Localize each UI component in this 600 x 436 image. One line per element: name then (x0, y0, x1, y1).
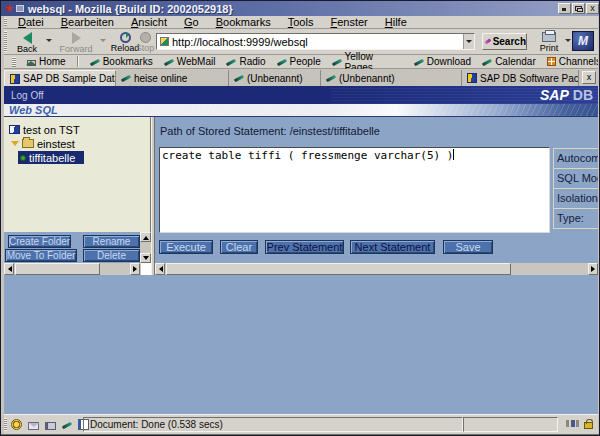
scroll-right-button[interactable] (588, 263, 598, 275)
radio-button[interactable]: Radio (226, 56, 265, 67)
people-button[interactable]: People (277, 56, 321, 67)
back-button[interactable]: Back (11, 30, 43, 54)
url-dropdown-button[interactable] (463, 34, 474, 49)
restore-button[interactable] (572, 3, 585, 14)
tree-root-node[interactable]: test on TST (9, 123, 80, 136)
scroll-left-button[interactable] (4, 263, 14, 275)
delete-button[interactable]: Delete (83, 249, 140, 262)
folder-icon (22, 139, 34, 148)
minimize-icon (562, 8, 566, 11)
home-button[interactable]: Home (27, 56, 66, 67)
reload-icon (120, 32, 131, 43)
status-bar: Document: Done (0.538 secs) (1, 414, 600, 434)
tab-unbenannt-1[interactable]: (Unbenannt) (229, 70, 321, 86)
sql-text: create table tiffi ( fressmenge varchar(… (162, 149, 453, 162)
composer-icon[interactable] (62, 420, 72, 430)
forward-dropdown-icon[interactable] (100, 39, 106, 45)
scroll-up-button[interactable] (140, 232, 151, 242)
clear-button[interactable]: Clear (220, 240, 258, 254)
print-button[interactable]: Print (535, 30, 563, 54)
menu-go[interactable]: Go (184, 16, 199, 28)
window-menu-icon[interactable] (16, 5, 24, 12)
execute-button[interactable]: Execute (159, 240, 213, 254)
sap-header: Log Off SAPDB (1, 86, 600, 104)
page-bookmark-icon[interactable] (160, 37, 169, 46)
messenger-icon[interactable] (45, 422, 56, 430)
menu-datei[interactable]: Datei (18, 16, 44, 28)
tab-unbenannt-2[interactable]: (Unbenannt) (321, 70, 462, 86)
forward-button[interactable]: Forward (55, 30, 97, 54)
page-tab-icon (326, 73, 336, 83)
rename-button[interactable]: Rename (83, 235, 140, 248)
scroll-right-icon (591, 266, 598, 272)
webmail-button[interactable]: WebMail (164, 56, 216, 67)
scrollbar-thumb[interactable] (166, 263, 511, 275)
menu-hilfe[interactable]: Hilfe (385, 16, 407, 28)
mail-icon[interactable] (28, 422, 39, 430)
print-dropdown-icon[interactable] (565, 39, 571, 45)
tree-selected-label: tiffitabelle (29, 152, 75, 164)
close-tab-button[interactable]: x (582, 71, 596, 84)
scroll-right-button[interactable] (130, 263, 140, 275)
move-to-folder-button[interactable]: Move To Folder (5, 249, 77, 262)
tree-selected-node[interactable]: tiffitabelle (18, 151, 84, 164)
menu-fenster[interactable]: Fenster (330, 16, 367, 28)
menu-bearbeiten[interactable]: Bearbeiten (61, 16, 114, 28)
print-icon (542, 32, 556, 42)
home-icon (27, 60, 36, 66)
menu-ansicht[interactable]: Ansicht (131, 16, 167, 28)
page-title: Web SQL (9, 104, 58, 116)
tab-sap-db-software-packages[interactable]: SAP DB Software Packages (462, 70, 579, 86)
close-button[interactable]: x (586, 3, 599, 14)
menu-tools[interactable]: Tools (288, 16, 314, 28)
scroll-down-button[interactable] (140, 253, 151, 263)
left-horizontal-scrollbar[interactable] (4, 263, 151, 275)
next-statement-button[interactable]: Next Statement (350, 240, 435, 254)
url-input[interactable] (172, 35, 463, 48)
sap-logo-text: SAP (540, 87, 569, 103)
online-status-icon[interactable] (566, 420, 579, 427)
status-message-panel: Document: Done (0.538 secs) (83, 417, 463, 432)
title-bar[interactable]: ★ websql - Mozilla {Build ID: 2002052918… (1, 1, 600, 16)
expanded-twisty-icon[interactable] (11, 141, 19, 150)
prev-statement-button[interactable]: Prev Statement (265, 240, 344, 254)
scrollbar-thumb[interactable] (15, 263, 100, 275)
tab-sap-db-sample-database[interactable]: SAP DB Sample Database (... (4, 70, 116, 86)
scroll-left-button[interactable] (155, 263, 165, 275)
right-horizontal-scrollbar[interactable] (155, 263, 598, 275)
toolbar-separator (77, 56, 79, 67)
tab-heise-online[interactable]: heise online (116, 70, 229, 86)
tree-folder-node[interactable]: einstest (11, 137, 75, 150)
left-vertical-scrollbar[interactable] (140, 232, 151, 263)
channels-button[interactable]: Channels (547, 56, 600, 67)
tab-label: SAP DB Software Packages (480, 73, 579, 84)
log-off-link[interactable]: Log Off (11, 90, 44, 101)
back-dropdown-icon[interactable] (46, 39, 52, 45)
stop-button[interactable]: Stop (133, 30, 157, 54)
download-button[interactable]: Download (414, 56, 471, 67)
menu-bookmarks[interactable]: Bookmarks (216, 16, 271, 28)
channels-icon (547, 57, 556, 66)
minimize-button[interactable] (558, 3, 571, 14)
forward-label: Forward (59, 44, 92, 54)
sql-textarea[interactable]: create table tiffi ( fressmenge varchar(… (159, 147, 550, 233)
empty-frame (4, 275, 598, 414)
people-icon (277, 57, 287, 67)
search-button[interactable]: Search (482, 33, 527, 50)
navigator-icon[interactable] (11, 419, 22, 430)
tree-root-label: test on TST (23, 124, 80, 136)
save-button[interactable]: Save (443, 240, 493, 254)
create-folder-button[interactable]: Create Folder (8, 235, 71, 248)
scroll-down-icon (143, 256, 149, 263)
calendar-button[interactable]: Calendar (482, 56, 536, 67)
statement-tree: test on TST einstest tiffitabelle (4, 117, 151, 232)
mozilla-throbber-icon[interactable]: M (572, 31, 594, 51)
tab-label: (Unbenannt) (247, 73, 303, 84)
security-lock-icon[interactable] (584, 422, 593, 429)
scrollbar-corner (141, 263, 151, 275)
download-icon (414, 57, 424, 67)
home-label: Home (39, 56, 66, 67)
bookmarks-button[interactable]: Bookmarks (90, 56, 153, 67)
personal-toolbar-grippy[interactable] (12, 57, 16, 67)
calendar-label: Calendar (495, 56, 536, 67)
